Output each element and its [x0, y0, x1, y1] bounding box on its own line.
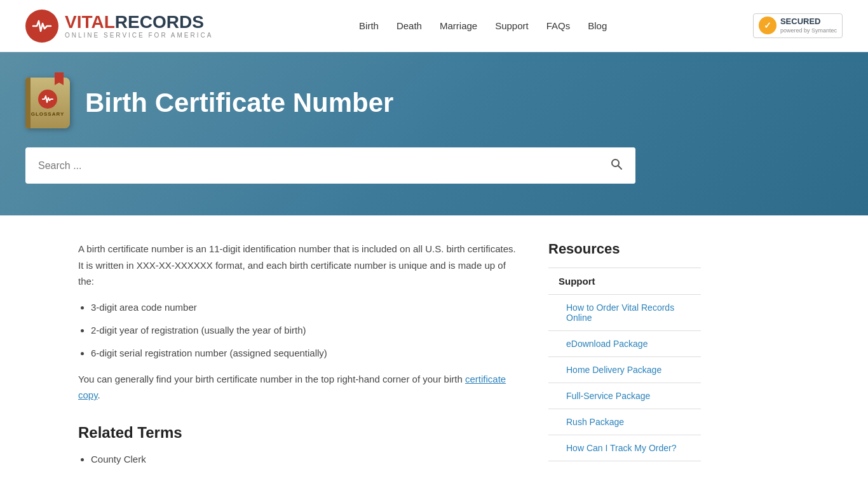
- logo-records: RECORDS: [115, 12, 204, 32]
- logo-text: VITALRECORDS ONLINE SERVICE FOR AMERICA: [65, 13, 213, 39]
- bullet-item-1: 3-digit area code number: [91, 300, 523, 315]
- book-label: GLOSSARY: [31, 111, 65, 117]
- sidebar-child-item[interactable]: Home Delivery Package: [548, 357, 701, 383]
- logo-vital: VITAL: [65, 12, 115, 32]
- logo-icon: [25, 10, 58, 43]
- hero-title-area: GLOSSARY Birth Certificate Number: [25, 78, 843, 128]
- norton-powered: powered by Symantec: [780, 27, 837, 35]
- page-title: Birth Certificate Number: [85, 88, 393, 118]
- article: A birth certificate number is an 11-digi…: [78, 241, 523, 477]
- sidebar: Resources SupportHow to Order Vital Reco…: [548, 241, 701, 477]
- sidebar-child-item[interactable]: Full-Service Package: [548, 383, 701, 409]
- norton-check-icon: ✓: [759, 17, 776, 34]
- intro-paragraph: A birth certificate number is an 11-digi…: [78, 241, 523, 290]
- sidebar-resources-list: SupportHow to Order Vital Records Online…: [548, 268, 701, 461]
- bullet-list: 3-digit area code number 2-digit year of…: [91, 300, 523, 361]
- location-paragraph: You can generally find your birth certif…: [78, 371, 523, 403]
- nav-death[interactable]: Death: [397, 20, 422, 31]
- svg-line-2: [618, 166, 621, 169]
- nav-faqs[interactable]: FAQs: [546, 20, 571, 31]
- main-content: A birth certificate number is an 11-digi…: [53, 215, 815, 488]
- related-terms-list: County Clerk: [91, 452, 523, 467]
- site-header: VITALRECORDS ONLINE SERVICE FOR AMERICA …: [0, 0, 868, 52]
- nav-support[interactable]: Support: [495, 20, 529, 31]
- search-bar: [25, 147, 635, 184]
- main-nav: Birth Death Marriage Support FAQs Blog: [359, 20, 607, 31]
- sidebar-parent-item: Support: [548, 268, 701, 295]
- hero-section: GLOSSARY Birth Certificate Number: [0, 52, 868, 215]
- glossary-book-icon: GLOSSARY: [25, 78, 70, 128]
- logo-area: VITALRECORDS ONLINE SERVICE FOR AMERICA: [25, 10, 213, 43]
- search-button[interactable]: [597, 147, 635, 184]
- bullet-item-3: 6-digit serial registration number (assi…: [91, 346, 523, 361]
- nav-birth[interactable]: Birth: [359, 20, 379, 31]
- related-terms-section: Related Terms County Clerk: [78, 424, 523, 467]
- sidebar-title: Resources: [548, 241, 701, 257]
- norton-secured: SECURED: [780, 17, 837, 27]
- location-text: You can generally find your birth certif…: [78, 374, 465, 384]
- book-heartbeat-icon: [38, 90, 57, 109]
- sidebar-child-item[interactable]: eDownload Package: [548, 331, 701, 357]
- sidebar-child-item[interactable]: Rush Package: [548, 409, 701, 435]
- nav-marriage[interactable]: Marriage: [440, 20, 477, 31]
- search-input[interactable]: [25, 150, 597, 182]
- related-terms-title: Related Terms: [78, 424, 523, 442]
- bookmark-icon: [55, 72, 64, 85]
- logo-brand: VITALRECORDS: [65, 13, 213, 32]
- sidebar-child-item[interactable]: How to Order Vital Records Online: [548, 295, 701, 331]
- location-end: .: [98, 390, 100, 400]
- bullet-item-2: 2-digit year of registration (usually th…: [91, 323, 523, 338]
- sidebar-child-item[interactable]: How Can I Track My Order?: [548, 435, 701, 461]
- logo-sub: ONLINE SERVICE FOR AMERICA: [65, 32, 213, 39]
- norton-text: SECURED powered by Symantec: [780, 17, 837, 35]
- related-term-item: County Clerk: [91, 452, 523, 467]
- norton-badge: ✓ SECURED powered by Symantec: [753, 13, 843, 38]
- nav-blog[interactable]: Blog: [588, 20, 607, 31]
